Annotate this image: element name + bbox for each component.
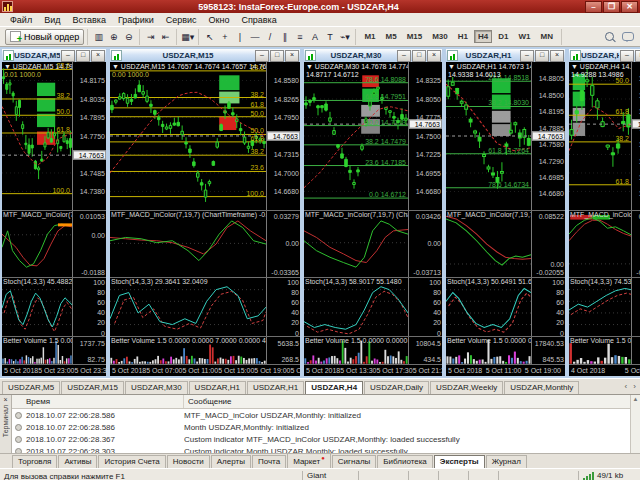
chart-close-button[interactable]: ×	[91, 50, 105, 62]
timeframe-M15-button[interactable]: M15	[403, 30, 427, 43]
macd-plot[interactable]: MTF_MACD_inColor(7,1	[569, 211, 631, 277]
cursor-icon[interactable]: ↖	[203, 30, 216, 44]
timeframe-W1-button[interactable]: W1	[514, 30, 534, 43]
restore-button[interactable]: ❐	[603, 1, 620, 13]
chart-close-button[interactable]: ×	[427, 50, 441, 62]
chart-tab-USDZAR,H4[interactable]: USDZAR,H4	[305, 381, 363, 394]
terminal-tab-Сигналы[interactable]: Сигналы	[332, 455, 376, 468]
stochastic-scale[interactable]: 100806040200	[531, 278, 565, 336]
chart-minimize-button[interactable]: –	[620, 50, 634, 62]
chat-icon[interactable]	[622, 32, 634, 41]
minimize-button[interactable]: –	[585, 1, 602, 13]
terminal-tab-Журнал[interactable]: Журнал	[486, 455, 527, 468]
macd-scale[interactable]: 0.034260.00-0.03713	[408, 211, 442, 277]
chart-close-button[interactable]: ×	[285, 50, 299, 62]
candles-chart-icon[interactable]: ▥	[92, 30, 105, 44]
tab-scroll-arrows[interactable]: ‹ ›	[624, 382, 638, 391]
terminal-tab-Торговля[interactable]: Торговля	[12, 455, 57, 468]
timeframe-H4-button[interactable]: H4	[474, 30, 492, 43]
terminal-close-icon[interactable]: ×	[3, 395, 7, 404]
chart-window-titlebar[interactable]: USDZAR,M30 – □ ×	[304, 49, 442, 62]
trendline-icon[interactable]: /	[263, 30, 276, 44]
macd-plot[interactable]: MTF_MACD_inColor(7,19,7) (ChartT	[2, 211, 72, 277]
terminal-tab-Алерты[interactable]: Алерты	[211, 455, 251, 468]
chart-tab-USDZAR,M5[interactable]: USDZAR,M5	[2, 381, 60, 394]
timeframe-M1-button[interactable]: M1	[360, 30, 379, 43]
price-chart-plot[interactable]: ▼ USDZAR,M30 14.7678 14.7743 14.7641 14.…	[304, 62, 408, 210]
price-chart-plot[interactable]: ▼ USDZAR,M15 14.7657 14.7674 14.7657 14.…	[110, 62, 266, 210]
volume-scale[interactable]	[631, 337, 640, 364]
stochastic-plot[interactable]: Stoch(14,3,3) 45.4882 48.1828	[2, 278, 72, 336]
chart-minimize-button[interactable]: –	[255, 50, 269, 62]
chart-minimize-button[interactable]: –	[520, 50, 534, 62]
time-axis[interactable]: 4 Oct 20185 Oct 08:00	[569, 364, 640, 376]
stochastic-plot[interactable]: Stoch(14,3,3) 50.6491 51.6960	[446, 278, 531, 336]
shapes-icon[interactable]: ⌁▾	[338, 30, 351, 44]
chart-restore-button[interactable]: □	[270, 50, 284, 62]
menu-item-Вставка[interactable]: Вставка	[66, 15, 111, 25]
title-bar[interactable]: 5958123: InstaForex-Europe.com - USDZAR,…	[0, 0, 640, 13]
price-chart-plot[interactable]: ▼ USDZAR,H1 14.7673 14.7902 14.7626 14.9…	[446, 62, 531, 210]
terminal-tab-Новости[interactable]: Новости	[167, 455, 210, 468]
time-axis[interactable]: 5 Oct 20185 Oct 13:305 Oct 17:305 Oct 21…	[304, 364, 442, 376]
terminal-scrollbar[interactable]: ▲	[630, 395, 640, 453]
menu-item-Сервис[interactable]: Сервис	[160, 15, 203, 25]
chart-restore-button[interactable]: □	[412, 50, 426, 62]
chart-tab-USDZAR,Weekly[interactable]: USDZAR,Weekly	[430, 381, 503, 394]
price-chart-plot[interactable]: ▼ USDZAR,M5 14.7963 14.7963 0.01 1000.0 …	[2, 62, 72, 210]
macd-plot[interactable]: MTF_MACD_inColor(7,19,7) (ChartTimefr	[446, 211, 531, 277]
menu-item-Вид[interactable]: Вид	[38, 15, 66, 25]
terminal-tab-Маркет[interactable]: Маркет●	[287, 453, 331, 468]
price-scale[interactable]: 14.832514.805014.777514.750014.722514.69…	[408, 62, 442, 210]
chart-tab-USDZAR,Daily[interactable]: USDZAR,Daily	[364, 381, 429, 394]
macd-plot[interactable]: MTF_MACD_inColor(7,19,7) (ChartTimeframe…	[110, 211, 266, 277]
time-axis[interactable]: 5 Oct 20185 Oct 11:005 Oct 19:00	[446, 364, 565, 376]
timeframe-D1-button[interactable]: D1	[494, 30, 512, 43]
volume-scale[interactable]: 1737.7582.75	[72, 337, 106, 364]
chart-shift-icon[interactable]: ⇤	[159, 30, 172, 44]
price-chart-plot[interactable]: ▼ USDZAR,H4 14.8088 14.9288 13.4986 50.0…	[569, 62, 631, 210]
macd-plot[interactable]: MTF_MACD_inColor(7,19,7) (ChartTimeframe…	[304, 211, 408, 277]
timeframe-M30-button[interactable]: M30	[428, 30, 452, 43]
chart-window-titlebar[interactable]: USDZAR,H4 – □ ×	[569, 49, 640, 62]
timeframe-M5-button[interactable]: M5	[382, 30, 401, 43]
terminal-tab-Почта[interactable]: Почта	[252, 455, 286, 468]
menu-item-Графики[interactable]: Графики	[112, 15, 160, 25]
chart-restore-button[interactable]: □	[635, 50, 640, 62]
time-axis[interactable]: 5 Oct 20185 Oct 07:005 Oct 11:005 Oct 15…	[110, 364, 300, 376]
chart-minimize-button[interactable]: –	[397, 50, 411, 62]
crosshair-icon[interactable]: +	[218, 30, 231, 44]
stochastic-plot[interactable]: Stoch(14,3,3) 29.3641 32.0409	[110, 278, 266, 336]
volume-plot[interactable]: Better Volume 1.5 0.	[569, 337, 631, 364]
text-icon[interactable]: A	[308, 30, 321, 44]
close-button[interactable]: ✕	[621, 1, 638, 13]
terminal-tab-Активы[interactable]: Активы	[58, 455, 97, 468]
macd-scale[interactable]: 0.200730.00-0.05045	[631, 211, 640, 277]
terminal-tab-Эксперты[interactable]: Эксперты	[434, 455, 485, 468]
menu-item-Окно[interactable]: Окно	[203, 15, 236, 25]
timeframe-MN-button[interactable]: MN	[536, 30, 556, 43]
chart-window-titlebar[interactable]: USDZAR,M5 – □ ×	[2, 49, 106, 62]
label-icon[interactable]: T	[323, 30, 336, 44]
new-order-button[interactable]: Новый ордер	[5, 29, 84, 45]
chart-tab-USDZAR,M30[interactable]: USDZAR,M30	[125, 381, 188, 394]
chart-restore-button[interactable]: □	[76, 50, 90, 62]
fibonacci-icon[interactable]: ≡	[293, 30, 306, 44]
chart-window-titlebar[interactable]: USDZAR,H1 – □ ×	[446, 49, 565, 62]
zoom-out-icon[interactable]: ⊖	[122, 30, 135, 44]
stochastic-plot[interactable]: Stoch(14,3,3) 74.5310 79	[569, 278, 631, 336]
price-scale[interactable]: 14.817514.803514.789514.775014.762514.74…	[72, 62, 106, 210]
price-scale[interactable]: 14.858014.826514.795014.763014.731514.70…	[266, 62, 300, 210]
volume-plot[interactable]: Better Volume 1.5 0.0000 0.0000 2.0	[2, 337, 72, 364]
chart-window-titlebar[interactable]: USDZAR,M15 – □ ×	[110, 49, 300, 62]
channel-icon[interactable]: ∥	[278, 30, 291, 44]
terminal-tab-Библиотека[interactable]: Библиотека	[377, 455, 433, 468]
menu-item-Файл[interactable]: Файл	[4, 15, 38, 25]
search-icon[interactable]	[605, 32, 614, 41]
stochastic-scale[interactable]: 100806040200	[266, 278, 300, 336]
stochastic-plot[interactable]: Stoch(14,3,3) 58.9017 55.1480	[304, 278, 408, 336]
stochastic-scale[interactable]: 100806040200	[408, 278, 442, 336]
timeframe-H1-button[interactable]: H1	[454, 30, 472, 43]
price-scale[interactable]: 14.940014.897014.854014.811014.725014.68…	[631, 62, 640, 210]
chart-minimize-button[interactable]: –	[61, 50, 75, 62]
